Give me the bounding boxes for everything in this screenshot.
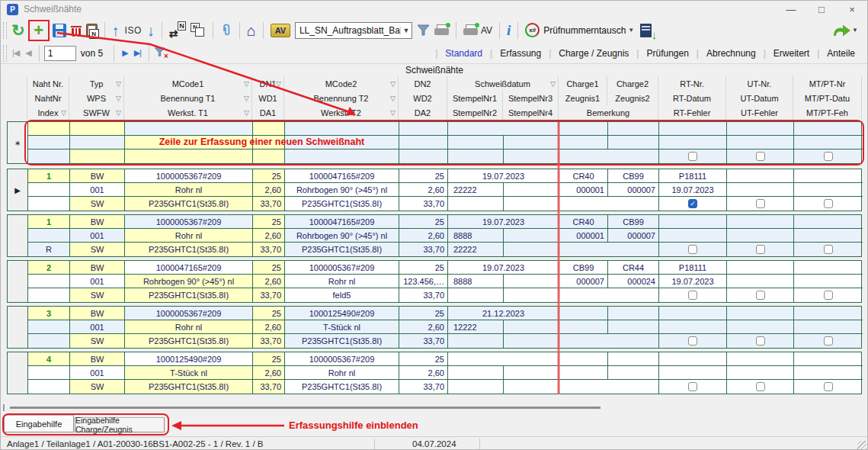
filter-funnel-icon[interactable]: ▽ xyxy=(390,80,396,88)
grid-cell[interactable]: 2,60 xyxy=(253,320,285,334)
horizontal-scrollbar[interactable] xyxy=(1,404,868,411)
last-record-button[interactable]: ▶| xyxy=(134,48,141,58)
grid-cell[interactable]: P235GHTC1(St35.8I) xyxy=(125,288,253,302)
grid-cell[interactable] xyxy=(727,275,794,288)
grid-cell[interactable]: CB99 xyxy=(608,169,659,183)
grid-cell[interactable] xyxy=(794,169,863,183)
tab-eingabehilfe[interactable]: Eingabehilfe xyxy=(4,415,74,432)
grid-cell[interactable] xyxy=(399,122,448,136)
row-selector[interactable] xyxy=(8,352,28,394)
grid-cell[interactable]: P235GHTC1(St35.8I) xyxy=(125,380,253,394)
grid-cell[interactable]: P235GHTC1(St35.8I) xyxy=(125,197,253,211)
grid-cell[interactable]: 1000005367#209 xyxy=(285,261,399,275)
grid-cell[interactable] xyxy=(727,215,794,229)
grid-cell[interactable] xyxy=(608,136,659,149)
grid-cell[interactable]: CR44 xyxy=(608,261,659,275)
grid-cell[interactable] xyxy=(504,149,559,163)
record-row[interactable]: 2BW1000047165#209251000005367#2092519.07… xyxy=(7,260,862,303)
view-tab-pr-fungen[interactable]: Prüfungen xyxy=(639,48,696,59)
grid-cell[interactable]: SW xyxy=(70,334,125,348)
grid-cell[interactable]: 4 xyxy=(28,352,70,366)
grid-cell[interactable] xyxy=(659,243,727,256)
grid-cell[interactable]: SW xyxy=(70,288,125,302)
filter-funnel-icon[interactable]: ▽ xyxy=(390,95,396,102)
grid-cell[interactable] xyxy=(448,288,504,302)
grid-cell[interactable]: P18111 xyxy=(659,261,727,275)
grid-cell[interactable] xyxy=(399,136,448,149)
grid-cell[interactable]: feld5 xyxy=(285,288,399,302)
grid-cell[interactable]: 25 xyxy=(399,261,448,275)
filter-button[interactable] xyxy=(417,21,430,40)
grid-cell[interactable]: Rohr nl xyxy=(125,320,253,334)
grid-cell[interactable] xyxy=(727,149,794,163)
grid-cell[interactable]: 2,60 xyxy=(399,366,448,380)
grid-cell[interactable] xyxy=(28,380,70,394)
view-tab-charge-zeugnis[interactable]: Charge / Zeugnis xyxy=(551,48,636,59)
grid-cell[interactable] xyxy=(448,149,504,163)
record-row[interactable]: 4BW1000125490#209251000005367#20925001T-… xyxy=(7,352,862,394)
add-record-button[interactable]: + xyxy=(30,21,48,40)
grid-cell[interactable] xyxy=(253,149,285,163)
grid-cell[interactable] xyxy=(504,136,559,149)
grid-cell[interactable]: SW xyxy=(70,197,125,211)
grid-cell[interactable]: 001 xyxy=(70,183,125,197)
ut-fehler-checkbox[interactable] xyxy=(756,336,765,346)
grid-cell[interactable] xyxy=(448,380,504,394)
grid-cell[interactable] xyxy=(727,197,794,211)
grid-cell[interactable] xyxy=(608,320,659,334)
grid-cell[interactable] xyxy=(504,334,559,348)
grid-cell[interactable] xyxy=(504,229,559,243)
view-tab-anteile[interactable]: Anteile xyxy=(819,48,863,59)
info-button[interactable]: i xyxy=(507,21,511,40)
grid-cell[interactable]: BW xyxy=(70,352,125,366)
rt-fehler-checkbox[interactable] xyxy=(688,245,697,254)
grid-cell[interactable] xyxy=(28,149,70,163)
grid-cell[interactable]: CR40 xyxy=(559,169,608,183)
certificate-download-button[interactable]: ↓ xyxy=(640,21,652,40)
filter-funnel-icon[interactable]: ▽ xyxy=(276,80,281,88)
grid-cell[interactable] xyxy=(727,183,794,197)
move-up-button[interactable]: ↑ xyxy=(112,21,120,40)
grid-cell[interactable]: 8888 xyxy=(448,275,504,288)
grid-cell[interactable]: Rohr nl xyxy=(125,183,253,197)
filter-funnel-icon[interactable]: ▽ xyxy=(244,95,249,102)
grid-cell[interactable]: 21.12.2023 xyxy=(448,307,559,320)
grid-cell[interactable] xyxy=(727,334,794,348)
grid-cell[interactable]: R xyxy=(28,243,70,256)
save-button[interactable] xyxy=(53,21,66,40)
grid-cell[interactable] xyxy=(504,197,559,211)
grid-cell[interactable]: SW xyxy=(70,380,125,394)
grid-cell[interactable] xyxy=(285,136,399,149)
record-row[interactable]: 3BW1000005367#209251000125490#2092521.12… xyxy=(7,306,862,349)
grid-cell[interactable]: 33,70 xyxy=(399,288,448,302)
mt-pt-fehler-checkbox[interactable] xyxy=(824,245,833,254)
grid-cell[interactable]: 1000047165#209 xyxy=(285,215,399,229)
pruefnummerntausch-button[interactable]: x# Prüfnummerntausch ▼ xyxy=(525,21,636,40)
grid-cell[interactable] xyxy=(559,288,659,302)
grid-cell[interactable] xyxy=(559,136,608,149)
grid-cell[interactable] xyxy=(794,197,863,211)
grid-cell[interactable]: 33,70 xyxy=(253,334,285,348)
grid-cell[interactable]: 2 xyxy=(28,261,70,275)
grid-cell[interactable] xyxy=(794,136,863,149)
grid-cell[interactable] xyxy=(559,149,659,163)
grid-cell[interactable]: 1 xyxy=(28,215,70,229)
ut-fehler-checkbox[interactable] xyxy=(756,291,765,300)
minimize-button[interactable]: — xyxy=(776,1,806,18)
grid-cell[interactable]: 19.07.2023 xyxy=(448,261,559,275)
grid-cell[interactable]: Rohr nl xyxy=(285,275,399,288)
grid-cell[interactable]: 1000005367#209 xyxy=(285,352,399,366)
copy-number-button[interactable]: N xyxy=(191,21,206,40)
grid-cell[interactable] xyxy=(285,122,399,136)
grid-cell[interactable] xyxy=(659,229,727,243)
rt-fehler-checkbox[interactable] xyxy=(688,152,697,161)
grid-cell[interactable] xyxy=(504,380,559,394)
ut-fehler-checkbox[interactable] xyxy=(756,245,765,254)
grid-cell[interactable] xyxy=(608,122,659,136)
grid-cell[interactable] xyxy=(794,149,863,163)
print-av-button[interactable]: AV xyxy=(463,21,492,40)
mt-pt-fehler-checkbox[interactable] xyxy=(824,152,833,161)
av-report-button[interactable]: AV xyxy=(271,21,290,40)
grid-cell[interactable] xyxy=(28,366,70,380)
grid-cell[interactable]: 25 xyxy=(399,215,448,229)
